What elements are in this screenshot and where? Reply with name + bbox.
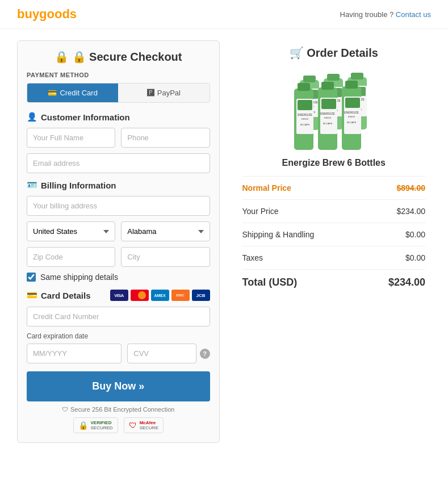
same-shipping-label: Same shipping details [40, 273, 118, 282]
norton-line2: SECURED [91, 425, 113, 430]
cart-icon: 🛒 [290, 47, 304, 59]
credit-card-label: Credit Card [60, 89, 97, 97]
expiry-input[interactable] [27, 344, 122, 363]
svg-text:60 CAPS: 60 CAPS [323, 122, 333, 125]
shipping-label: Shipping & Handling [242, 230, 315, 239]
normal-price-label: Normal Price [242, 183, 291, 192]
svg-rect-40 [345, 98, 360, 108]
expiry-cvv-row: ? [27, 344, 210, 363]
checkout-panel: 🔒 🔒 Secure Checkout PAYMENT METHOD 💳 Cre… [17, 40, 220, 443]
card-number-input[interactable] [27, 307, 210, 326]
email-row [27, 153, 210, 173]
checkout-title: 🔒 🔒 Secure Checkout [27, 50, 210, 64]
svg-text:ENERGIZE: ENERGIZE [344, 111, 359, 114]
mastercard-icon [131, 290, 149, 301]
secure-note: 🛡 Secure 256 Bit Encrypted Connection [27, 406, 210, 413]
logo: buygoods [17, 7, 77, 22]
full-name-input[interactable] [27, 128, 115, 148]
taxes-value: $0.00 [405, 253, 425, 262]
svg-rect-26 [298, 100, 312, 110]
svg-text:ENERGIZE: ENERGIZE [320, 112, 335, 115]
your-price-value: $234.00 [396, 207, 425, 216]
divider-top [242, 176, 426, 177]
address-group [27, 196, 210, 216]
customer-section-title: Customer Information [41, 112, 130, 122]
paypal-label: PayPal [157, 89, 181, 97]
zip-city-row [27, 247, 210, 267]
mcafee-line2: SECURE [140, 425, 158, 430]
full-name-group [27, 128, 115, 148]
card-icon: 💳 [27, 290, 37, 300]
shipping-value: $0.00 [405, 230, 425, 239]
card-section-header: 💳 Card Details [27, 290, 91, 300]
normal-price-value: $894.00 [396, 183, 425, 192]
product-name: Energize Brew 6 Bottles [242, 158, 426, 168]
secure-note-text: Secure 256 Bit Encrypted Connection [70, 406, 174, 413]
card-section-title: Card Details [41, 291, 91, 300]
shield-icon: 🛡 [62, 406, 68, 413]
normal-price-line: Normal Price $894.00 [242, 179, 426, 197]
taxes-line: Taxes $0.00 [242, 249, 426, 267]
order-details-title-text: Order Details [307, 47, 378, 59]
product-image: ENERGIZE BREW 60 CAPS ENERGIZE BREW 60 C… [242, 69, 426, 151]
order-details-panel: 🛒 Order Details ENERGIZE BREW 60 CAPS [237, 40, 432, 443]
total-value: $234.00 [388, 277, 425, 288]
customer-section-header: 👤 Customer Information [27, 112, 210, 122]
svg-rect-3 [303, 76, 316, 82]
discover-icon: DISC [171, 290, 190, 301]
order-details-title: 🛒 Order Details [242, 46, 426, 60]
zip-group [27, 247, 115, 267]
paypal-icon: 🅿 [147, 89, 154, 97]
page-header: buygoods Having trouble ? Contact us [0, 0, 448, 29]
header-help: Having trouble ? Contact us [340, 10, 431, 19]
svg-rect-33 [321, 99, 336, 109]
svg-rect-24 [298, 83, 310, 91]
mcafee-badge: 🛡 McAfee SECURE [124, 417, 164, 433]
total-label: Total (USD) [242, 277, 298, 288]
tab-paypal[interactable]: 🅿 PayPal [118, 83, 209, 102]
divider-2 [242, 223, 426, 223]
phone-group [121, 128, 210, 148]
svg-text:BREW: BREW [324, 116, 331, 119]
total-line: Total (USD) $234.00 [242, 269, 426, 293]
visa-icon: VISA [110, 290, 128, 301]
country-state-row: United States Canada United Kingdom Aust… [27, 221, 210, 241]
main-content: 🔒 🔒 Secure Checkout PAYMENT METHOD 💳 Cre… [0, 29, 448, 454]
jcb-icon: JCB [192, 290, 210, 301]
country-group: United States Canada United Kingdom Aust… [27, 221, 115, 241]
your-price-line: Your Price $234.00 [242, 202, 426, 220]
contact-link[interactable]: Contact us [396, 10, 431, 19]
billing-section-header: 🪪 Billing Information [27, 180, 210, 190]
norton-line1: VERIFIED [91, 420, 113, 425]
city-input[interactable] [121, 247, 210, 267]
cvv-wrapper: ? [127, 344, 210, 363]
credit-card-icon: 💳 [48, 89, 57, 97]
lock-icon: 🔒 [55, 51, 69, 63]
same-shipping-checkbox[interactable] [27, 273, 36, 282]
billing-address-input[interactable] [27, 196, 210, 216]
taxes-label: Taxes [242, 253, 263, 262]
your-price-label: Your Price [242, 207, 279, 216]
email-group [27, 153, 210, 173]
address-row [27, 196, 210, 216]
phone-input[interactable] [121, 128, 210, 148]
tab-credit-card[interactable]: 💳 Credit Card [27, 83, 118, 102]
svg-point-1 [138, 291, 146, 299]
svg-text:ENERGIZE: ENERGIZE [298, 113, 312, 116]
svg-rect-10 [327, 74, 340, 81]
trust-badges: 🔒 VERIFIED SECURED 🛡 McAfee SECURE [27, 417, 210, 433]
customer-icon: 👤 [27, 112, 37, 122]
city-group [121, 247, 210, 267]
cvv-help-icon[interactable]: ? [200, 349, 210, 359]
cvv-input[interactable] [127, 344, 196, 363]
buy-now-button[interactable]: Buy Now » [27, 371, 210, 401]
payment-method-label: PAYMENT METHOD [27, 72, 210, 78]
divider-3 [242, 246, 426, 246]
email-input[interactable] [27, 153, 210, 173]
country-select[interactable]: United States Canada United Kingdom Aust… [27, 221, 115, 241]
svg-text:60 CAPS: 60 CAPS [300, 123, 310, 126]
norton-badge: 🔒 VERIFIED SECURED [73, 417, 118, 433]
zip-input[interactable] [27, 247, 115, 267]
state-select[interactable]: Alabama Alaska Arizona California Florid… [121, 221, 210, 241]
amex-icon: AMEX [151, 290, 169, 301]
